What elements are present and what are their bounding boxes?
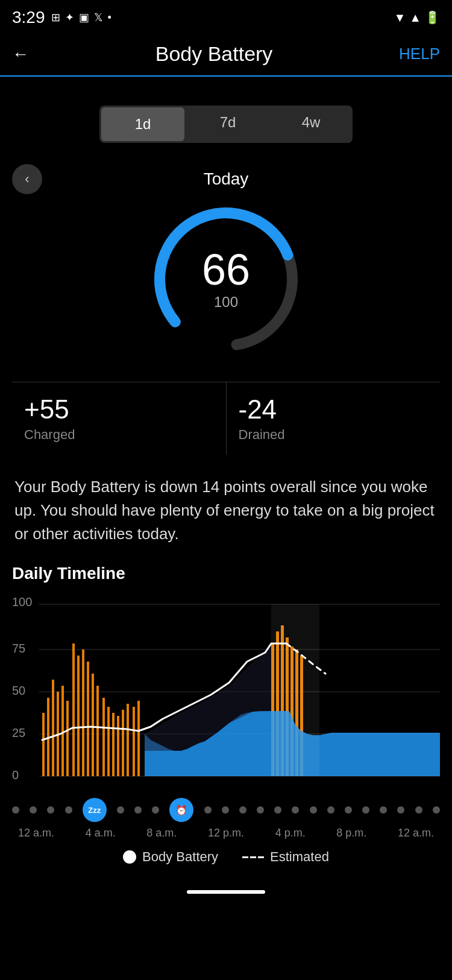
status-icons-left: ⊞ ✦ ▣ 𝕏 • <box>51 11 111 24</box>
svg-rect-30 <box>133 707 135 776</box>
svg-rect-26 <box>112 713 115 776</box>
charged-label: Charged <box>24 427 214 443</box>
timeline-dot <box>397 806 404 814</box>
gauge-max: 100 <box>202 294 250 311</box>
home-indicator <box>187 890 265 894</box>
time-label-4am: 4 a.m. <box>86 827 116 839</box>
timeline-dot <box>380 806 387 814</box>
grid-icon: ⊞ <box>51 11 60 24</box>
alarm-icon: ⏰ <box>169 798 193 822</box>
legend-battery-icon <box>123 850 136 864</box>
time-label-8pm: 8 p.m. <box>336 827 366 839</box>
timeline-dot <box>433 806 440 814</box>
legend-estimated: Estimated <box>242 849 329 865</box>
svg-rect-22 <box>92 674 94 776</box>
svg-rect-25 <box>107 707 110 776</box>
sleep-icon: Zzz <box>83 798 107 822</box>
time-label-12pm: 12 p.m. <box>208 827 244 839</box>
svg-rect-19 <box>77 656 80 776</box>
gauge-container: 66 100 <box>0 195 452 364</box>
drained-label: Drained <box>239 427 428 443</box>
svg-text:75: 75 <box>12 642 25 655</box>
svg-rect-14 <box>52 680 54 776</box>
timeline-title: Daily Timeline <box>12 564 440 583</box>
period-4w[interactable]: 4w <box>269 106 353 143</box>
timeline-dot <box>47 806 54 814</box>
timeline-dot <box>134 806 142 814</box>
timeline-dot <box>204 806 212 814</box>
tv-icon: ▣ <box>79 11 89 24</box>
timeline-dot <box>30 806 37 814</box>
status-time: 3:29 <box>12 8 45 27</box>
chart-svg: 100 75 50 25 0 <box>12 595 440 788</box>
page-title: Body Battery <box>155 42 273 66</box>
bottom-bar <box>0 883 452 907</box>
slack-icon: ✦ <box>65 11 74 24</box>
svg-rect-16 <box>61 686 64 776</box>
timeline-dot <box>222 806 229 814</box>
status-bar: 3:29 ⊞ ✦ ▣ 𝕏 • ▼ ▲ 🔋 <box>0 0 452 33</box>
svg-rect-31 <box>137 701 140 776</box>
charged-value: +55 <box>24 394 214 425</box>
timeline-dot <box>12 806 19 814</box>
back-button[interactable]: ← <box>12 45 29 64</box>
gauge-value: 66 <box>202 248 250 291</box>
header: ← Body Battery HELP <box>0 33 452 77</box>
svg-rect-18 <box>72 643 75 776</box>
svg-rect-20 <box>82 650 84 776</box>
svg-text:100: 100 <box>12 595 32 609</box>
gauge-center: 66 100 <box>202 248 250 311</box>
legend-battery-label: Body Battery <box>142 849 218 865</box>
time-label-12am: 12 a.m. <box>18 827 54 839</box>
svg-rect-17 <box>66 701 69 776</box>
time-label-8am: 8 a.m. <box>146 827 177 839</box>
svg-text:25: 25 <box>12 726 25 739</box>
twitter-icon: 𝕏 <box>94 11 103 24</box>
svg-rect-28 <box>122 710 124 776</box>
timeline-dot <box>362 806 369 814</box>
timeline-dot <box>345 806 352 814</box>
svg-rect-12 <box>42 713 45 776</box>
period-7d[interactable]: 7d <box>186 106 269 143</box>
svg-text:50: 50 <box>12 684 25 697</box>
timeline-dot <box>152 806 159 814</box>
timeline-icons: Zzz ⏰ <box>12 794 440 826</box>
chart-area: 100 75 50 25 0 <box>12 595 440 788</box>
drained-stat: -24 Drained <box>227 382 441 455</box>
charged-stat: +55 Charged <box>12 382 227 455</box>
signal-icon: ▲ <box>409 11 421 25</box>
status-icons-right: ▼ ▲ 🔋 <box>394 10 440 25</box>
svg-rect-21 <box>87 662 89 776</box>
description: Your Body Battery is down 14 points over… <box>0 469 452 564</box>
drained-value: -24 <box>239 394 428 425</box>
timeline-dot <box>239 806 246 814</box>
timeline-dot <box>117 806 124 814</box>
time-labels: 12 a.m. 4 a.m. 8 a.m. 12 p.m. 4 p.m. 8 p… <box>12 827 440 839</box>
svg-rect-27 <box>117 716 119 776</box>
timeline-dot <box>310 806 317 814</box>
period-selector: 1d 7d 4w <box>99 106 353 143</box>
timeline-dot <box>65 806 72 814</box>
svg-rect-29 <box>127 704 129 776</box>
timeline-dot <box>415 806 422 814</box>
timeline-section: Daily Timeline 100 75 50 25 0 <box>0 564 452 883</box>
svg-text:0: 0 <box>12 768 19 782</box>
help-button[interactable]: HELP <box>399 45 440 63</box>
time-label-4pm: 4 p.m. <box>275 827 306 839</box>
legend-estimated-icon <box>242 856 264 858</box>
period-1d[interactable]: 1d <box>101 107 184 141</box>
svg-rect-23 <box>96 686 99 776</box>
stats-row: +55 Charged -24 Drained <box>12 382 440 455</box>
battery-icon: 🔋 <box>425 10 440 25</box>
time-label-12am-end: 12 a.m. <box>398 827 434 839</box>
timeline-dot <box>257 806 264 814</box>
svg-rect-24 <box>102 698 105 776</box>
prev-date-button[interactable]: ‹ <box>12 164 42 194</box>
timeline-dot <box>292 806 299 814</box>
timeline-dot <box>274 806 281 814</box>
timeline-dot <box>327 806 334 814</box>
wifi-icon: ▼ <box>394 11 406 25</box>
svg-rect-41 <box>271 604 319 776</box>
legend-estimated-label: Estimated <box>270 849 329 865</box>
gauge-wrapper: 66 100 <box>142 195 310 364</box>
